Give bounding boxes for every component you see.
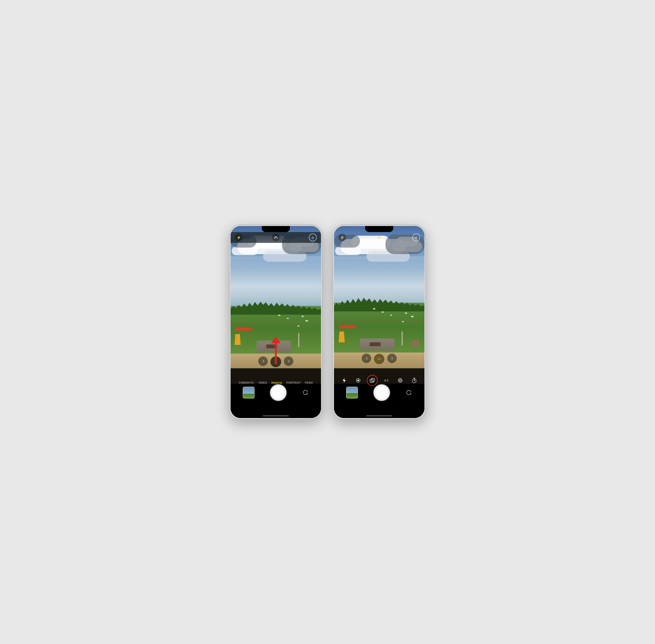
rotate-icon-svg-1 — [302, 389, 309, 396]
arrow-head — [271, 337, 280, 343]
phone-1-screen: ⚡ ◎ .5 — [231, 226, 321, 418]
thumbnail-2-grass — [346, 393, 358, 398]
svg-line-11 — [401, 381, 401, 381]
clouds-2 — [334, 235, 424, 282]
settings-flash-2[interactable] — [340, 376, 348, 385]
svg-line-13 — [401, 380, 401, 380]
settings-live-2[interactable] — [354, 376, 362, 385]
sheep-2 — [287, 318, 289, 319]
live-photo-button-1[interactable]: ◎ — [309, 234, 317, 242]
mode-cinematic-1[interactable]: CINEMATIC — [239, 381, 254, 385]
table-2 — [370, 342, 381, 346]
umbrella-1 — [298, 333, 299, 347]
top-bar-2: ⚡ ◎ — [334, 234, 424, 242]
playground-1 — [234, 328, 253, 345]
shutter-inner-2 — [375, 386, 389, 400]
treeline-2 — [334, 295, 424, 312]
mode-photo-1[interactable]: PHOTO — [271, 381, 282, 385]
sheep-4 — [306, 320, 308, 322]
flash-icon-1: ⚡ — [236, 235, 241, 239]
notch-2 — [365, 226, 393, 232]
svg-point-1 — [357, 380, 359, 381]
flash-settings-icon — [342, 377, 346, 384]
zoom-1x-btn-2[interactable]: 1× — [374, 353, 385, 364]
platform-1 — [235, 328, 252, 331]
settings-timer-2[interactable] — [410, 376, 419, 385]
sheep-1 — [278, 315, 280, 316]
thumbnail-grass — [243, 394, 254, 398]
sheep-2e — [402, 321, 404, 322]
zoom-05-label-2: .5 — [365, 357, 368, 360]
zoom-3-label-1: 3 — [288, 360, 289, 363]
settings-toolbar-2: 4:3 + — [334, 376, 424, 385]
home-indicator-2 — [366, 415, 392, 416]
thumbnail-2-sky — [346, 387, 358, 393]
sheep-3 — [301, 316, 304, 317]
chevron-button-2[interactable] — [375, 234, 383, 242]
zoom-3-label-2: 3 — [391, 357, 392, 360]
settings-aspect-2[interactable]: 4:3 — [382, 376, 390, 385]
phone-2-screen: ⚡ ◎ .5 1× 3 — [334, 226, 424, 418]
svg-marker-0 — [343, 378, 346, 383]
umbrella-2 — [402, 331, 403, 346]
zoom-05-label-1: .5 — [262, 360, 264, 363]
exposure-icon: + — [398, 378, 403, 383]
cloud-2c5 — [335, 247, 361, 255]
red-arrow-annotation — [275, 343, 277, 364]
flash-button-1[interactable]: ⚡ — [235, 234, 243, 242]
settings-styles-container — [368, 376, 376, 385]
shutter-button-2[interactable] — [374, 385, 390, 401]
chevron-button-1[interactable] — [272, 234, 280, 242]
sheep-5 — [297, 325, 299, 326]
sheep-2a — [382, 312, 384, 313]
home-indicator-1 — [263, 415, 289, 416]
cloud-2haze — [334, 256, 424, 269]
rotate-button-1[interactable] — [302, 389, 309, 396]
mode-selector-1: CINEMATIC VIDEO PHOTO PORTRAIT PANO — [231, 381, 321, 385]
live-photo-icon-1: ◎ — [312, 236, 314, 239]
live-photo-button-2[interactable]: ◎ — [412, 234, 420, 242]
flash-button-2[interactable]: ⚡ — [338, 234, 346, 242]
notch-1 — [262, 226, 290, 232]
live-photo-icon-2: ◎ — [415, 236, 417, 239]
platform-2 — [339, 325, 356, 328]
zoom-3-btn-1[interactable]: 3 — [284, 356, 293, 366]
settings-exposure-2[interactable]: + — [396, 376, 404, 385]
fence-1 — [231, 322, 321, 323]
sheep-2f — [373, 308, 375, 309]
mode-portrait-1[interactable]: PORTRAIT — [287, 381, 301, 385]
ladder-1 — [243, 332, 253, 345]
chair-2 — [411, 340, 419, 346]
timer-icon — [412, 377, 417, 383]
thumbnail-1[interactable] — [243, 387, 255, 398]
shutter-inner-1 — [271, 386, 285, 400]
rotate-icon-svg-2 — [405, 389, 412, 396]
zoom-1x-label-2: 1× — [378, 357, 381, 361]
shutter-button-1[interactable] — [270, 385, 287, 401]
live-photo-settings-icon — [356, 378, 361, 383]
sheep-2d — [411, 316, 413, 317]
rotate-button-2[interactable] — [405, 389, 412, 396]
thumbnail-2[interactable] — [346, 387, 358, 398]
aspect-ratio-text: 4:3 — [384, 379, 388, 382]
sheep-2b — [390, 315, 392, 316]
thumbnail-sky — [243, 387, 254, 394]
zoom-05-btn-2[interactable]: .5 — [362, 353, 371, 363]
zoom-3-btn-2[interactable]: 3 — [387, 353, 397, 363]
svg-text:+: + — [400, 380, 401, 382]
flash-icon-2: ⚡ — [340, 235, 344, 239]
slide-2 — [338, 331, 345, 342]
camera-controls-1 — [231, 385, 321, 401]
chevron-up-icon-1 — [274, 236, 278, 239]
sheep-2c — [405, 313, 407, 314]
cloud-c5 — [232, 247, 257, 255]
phone-2: ⚡ ◎ .5 1× 3 — [333, 225, 426, 419]
mode-video-1[interactable]: VIDEO — [258, 381, 267, 385]
zoom-05-btn-1[interactable]: .5 — [258, 356, 268, 366]
mode-pano-1[interactable]: PANO — [305, 381, 313, 385]
cloud-haze — [231, 256, 321, 269]
fence-2 — [334, 320, 424, 321]
playground-2 — [338, 325, 357, 342]
treeline-silhouette — [231, 301, 321, 315]
top-bar-1: ⚡ ◎ — [231, 234, 321, 242]
